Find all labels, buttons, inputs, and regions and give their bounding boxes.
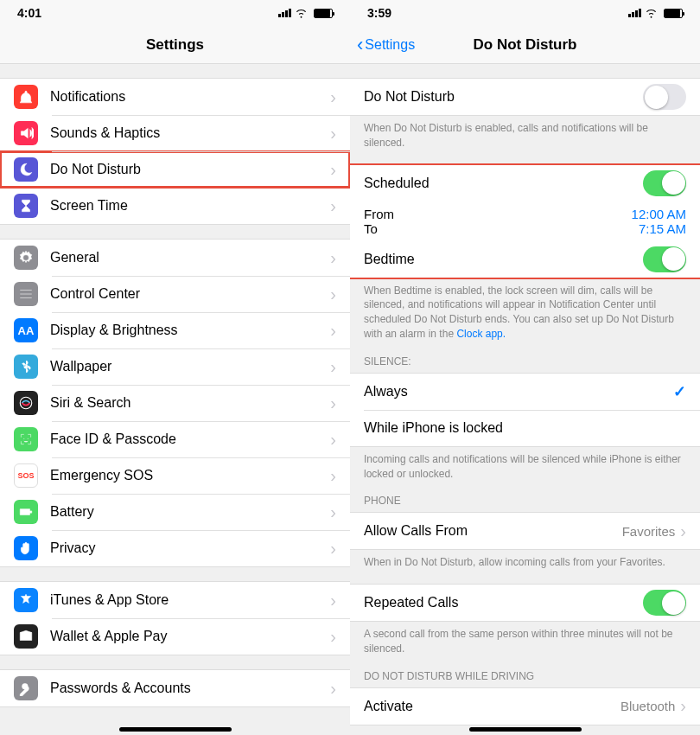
hand-icon	[14, 536, 38, 560]
schedule-times-row[interactable]: From 12:00 AM To 7:15 AM	[350, 201, 700, 241]
row-label: Emergency SOS	[50, 468, 330, 483]
status-time: 3:59	[367, 6, 391, 20]
switches-icon	[14, 282, 38, 306]
status-icons	[628, 8, 683, 18]
dnd-footer: When Do Not Disturb is enabled, calls an…	[350, 116, 700, 150]
appstore-icon	[14, 588, 38, 612]
siri-icon	[14, 391, 38, 415]
chevron-right-icon: ›	[330, 679, 336, 699]
chevron-right-icon: ›	[330, 160, 336, 180]
to-value: 7:15 AM	[639, 221, 686, 236]
driving-header: DO NOT DISTURB WHILE DRIVING	[350, 656, 700, 687]
home-indicator[interactable]	[119, 727, 232, 732]
row-label: Sounds & Haptics	[50, 125, 330, 141]
bedtime-toggle[interactable]	[643, 246, 686, 272]
silence-always-row[interactable]: Always ✓	[350, 374, 700, 410]
settings-row-screen-time[interactable]: Screen Time›	[0, 188, 350, 224]
allow-calls-footer: When in Do Not Disturb, allow incoming c…	[350, 550, 700, 570]
settings-row-sounds-haptics[interactable]: Sounds & Haptics›	[0, 115, 350, 151]
repeated-toggle[interactable]	[643, 590, 686, 616]
battery-icon	[314, 9, 333, 18]
bedtime-footer: When Bedtime is enabled, the lock screen…	[350, 278, 700, 342]
page-title: Settings	[146, 36, 204, 54]
settings-row-control-center[interactable]: Control Center›	[0, 276, 350, 312]
settings-row-passwords-accounts[interactable]: Passwords & Accounts›	[0, 670, 350, 706]
phone-header: PHONE	[350, 481, 700, 512]
back-label: Settings	[365, 37, 415, 53]
sounds-icon	[14, 121, 38, 145]
settings-row-emergency-sos[interactable]: SOSEmergency SOS›	[0, 457, 350, 494]
silence-header: SILENCE:	[350, 342, 700, 373]
chevron-left-icon: ‹	[357, 34, 363, 56]
dnd-label: Do Not Disturb	[364, 89, 643, 105]
chevron-right-icon: ›	[330, 196, 336, 216]
row-label: Passwords & Accounts	[50, 681, 330, 696]
row-label: General	[50, 250, 330, 265]
row-label: iTunes & App Store	[50, 592, 330, 608]
row-label: Battery	[50, 504, 330, 520]
wallet-icon	[14, 624, 38, 649]
activate-label: Activate	[364, 699, 620, 714]
battery-icon	[664, 9, 683, 18]
row-label: Notifications	[50, 89, 330, 105]
sos-icon: SOS	[14, 463, 38, 488]
scheduled-section: Scheduled From 12:00 AM To 7:15 AM Bedti…	[350, 164, 700, 278]
notif-icon	[14, 85, 38, 109]
chevron-right-icon: ›	[680, 696, 686, 716]
gear-icon	[14, 246, 38, 270]
silence-locked-row[interactable]: While iPhone is locked	[350, 410, 700, 446]
chevron-right-icon: ›	[680, 521, 686, 541]
wifi-icon	[645, 8, 658, 18]
aa-icon: AA	[14, 318, 38, 342]
bedtime-toggle-row[interactable]: Bedtime	[350, 241, 700, 278]
repeated-calls-row[interactable]: Repeated Calls	[350, 585, 700, 621]
row-label: Display & Brightness	[50, 323, 330, 338]
row-label: Face ID & Passcode	[50, 431, 330, 447]
settings-row-face-id-passcode[interactable]: Face ID & Passcode›	[0, 421, 350, 457]
key-icon	[14, 676, 38, 700]
settings-screen: 4:01 Settings Notifications›Sounds & Hap…	[0, 0, 350, 735]
scheduled-toggle[interactable]	[643, 170, 686, 196]
row-label: Screen Time	[50, 198, 330, 214]
chevron-right-icon: ›	[330, 124, 336, 144]
hourglass-icon	[14, 194, 38, 218]
back-button[interactable]: ‹ Settings	[357, 34, 415, 56]
chevron-right-icon: ›	[330, 87, 336, 107]
allow-calls-row[interactable]: Allow Calls From Favorites ›	[350, 513, 700, 549]
status-time: 4:01	[17, 6, 41, 20]
chevron-right-icon: ›	[330, 430, 336, 450]
settings-row-wallet-apple-pay[interactable]: Wallet & Apple Pay›	[0, 618, 350, 655]
activate-row[interactable]: Activate Bluetooth ›	[350, 688, 700, 725]
settings-row-display-brightness[interactable]: AADisplay & Brightness›	[0, 312, 350, 348]
row-label: Wallet & Apple Pay	[50, 629, 330, 644]
settings-row-itunes-app-store[interactable]: iTunes & App Store›	[0, 582, 350, 618]
settings-row-battery[interactable]: Battery›	[0, 494, 350, 530]
settings-row-wallpaper[interactable]: Wallpaper›	[0, 348, 350, 385]
settings-row-privacy[interactable]: Privacy›	[0, 530, 350, 566]
chevron-right-icon: ›	[330, 591, 336, 610]
settings-row-do-not-disturb[interactable]: Do Not Disturb›	[0, 151, 350, 188]
row-label: Wallpaper	[50, 359, 330, 374]
settings-row-notifications[interactable]: Notifications›	[0, 79, 350, 115]
dnd-toggle-row[interactable]: Do Not Disturb	[350, 79, 700, 115]
flower-icon	[14, 355, 38, 379]
dnd-screen: 3:59 ‹ Settings Do Not Disturb Do Not Di…	[350, 0, 700, 735]
check-icon: ✓	[673, 382, 686, 401]
dnd-toggle[interactable]	[643, 84, 686, 110]
signal-icon	[628, 9, 641, 17]
repeated-label: Repeated Calls	[364, 595, 643, 610]
settings-row-general[interactable]: General›	[0, 240, 350, 276]
settings-list[interactable]: Notifications›Sounds & Haptics›Do Not Di…	[0, 78, 350, 707]
scheduled-label: Scheduled	[364, 176, 643, 191]
scheduled-toggle-row[interactable]: Scheduled	[350, 165, 700, 201]
chevron-right-icon: ›	[330, 321, 336, 341]
nav-bar: Settings	[0, 26, 350, 64]
chevron-right-icon: ›	[330, 466, 336, 486]
faceid-icon	[14, 427, 38, 451]
settings-row-siri-search[interactable]: Siri & Search›	[0, 385, 350, 421]
clock-app-link[interactable]: Clock app.	[456, 328, 506, 340]
always-label: Always	[364, 384, 673, 399]
from-label: From	[364, 207, 394, 221]
home-indicator[interactable]	[469, 727, 582, 732]
chevron-right-icon: ›	[330, 284, 336, 304]
